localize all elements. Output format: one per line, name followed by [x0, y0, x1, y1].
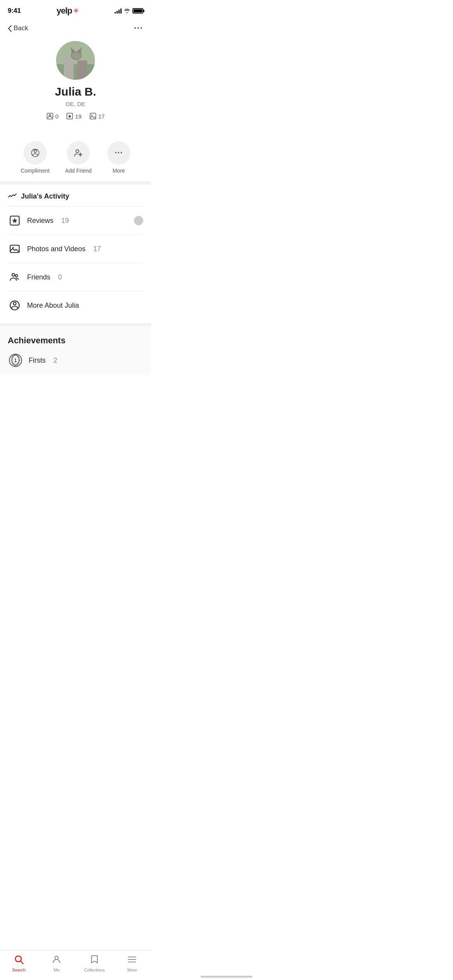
stat-media-count: 17 — [89, 113, 105, 120]
more-about-label: More About Julia — [27, 302, 79, 310]
svg-marker-22 — [12, 218, 17, 223]
more-actions-button[interactable]: ··· More — [107, 141, 130, 174]
profile-stats: 0 19 17 — [46, 113, 105, 120]
status-center: yelp ✳ — [57, 6, 79, 16]
stat-reviews-value: 19 — [75, 113, 82, 120]
stat-photos-value: 0 — [55, 113, 58, 120]
more-about-icon — [8, 298, 22, 312]
svg-point-18 — [76, 150, 79, 153]
add-friend-button[interactable]: Add Friend — [65, 141, 91, 174]
firsts-label: Firsts — [29, 356, 46, 365]
more-about-item[interactable]: More About Julia — [8, 291, 143, 319]
more-label: More — [113, 168, 125, 174]
back-chevron-icon — [8, 25, 12, 32]
profile-photo — [56, 41, 95, 80]
status-time: 9:41 — [8, 7, 21, 15]
activity-header: Julia's Activity — [8, 185, 143, 207]
svg-rect-1 — [56, 64, 95, 80]
options-button[interactable]: ··· — [134, 23, 143, 33]
status-bar: 9:41 yelp ✳ — [0, 0, 151, 19]
photos-videos-label: Photos and Videos — [27, 245, 86, 253]
yelp-logo: yelp — [57, 6, 72, 16]
wifi-icon — [124, 9, 130, 13]
svg-point-11 — [49, 115, 51, 117]
back-label: Back — [14, 24, 28, 32]
portrait-icon — [46, 113, 53, 120]
svg-point-17 — [34, 150, 37, 152]
reviews-item[interactable]: Reviews 19 — [8, 207, 143, 235]
signal-icon — [115, 8, 122, 14]
svg-point-25 — [12, 274, 15, 276]
achievements-section: Achievements 1 Firsts 2 — [0, 326, 151, 375]
activity-title: Julia's Activity — [21, 192, 69, 200]
svg-point-15 — [91, 115, 93, 116]
add-friend-icon-circle — [67, 141, 90, 164]
svg-rect-3 — [77, 60, 87, 80]
friends-count: 0 — [58, 273, 62, 281]
section-divider — [0, 182, 151, 185]
add-friend-label: Add Friend — [65, 168, 91, 174]
achievements-title: Achievements — [8, 336, 143, 346]
photos-videos-item[interactable]: Photos and Videos 17 — [8, 235, 143, 263]
more-dots-icon: ··· — [115, 148, 123, 158]
stat-media-value: 17 — [98, 113, 105, 120]
compliment-icon — [30, 148, 40, 158]
svg-point-28 — [14, 302, 16, 305]
battery-icon — [132, 8, 143, 14]
achievements-divider — [0, 323, 151, 326]
profile-location: DE, DE — [66, 101, 85, 107]
friends-label: Friends — [27, 273, 50, 281]
firsts-count: 2 — [53, 356, 57, 365]
svg-marker-13 — [68, 115, 72, 118]
compliment-icon-circle — [24, 141, 47, 164]
svg-point-7 — [72, 52, 81, 59]
yelp-star-icon: ✳ — [73, 7, 79, 15]
action-buttons: Compliment Add Friend ··· More — [0, 134, 151, 178]
friends-icon — [8, 270, 22, 284]
compliment-label: Compliment — [21, 168, 50, 174]
avatar — [56, 41, 95, 80]
status-icons — [115, 8, 143, 14]
photos-videos-icon — [8, 242, 22, 256]
reviews-icon — [8, 214, 22, 228]
reviews-count: 19 — [61, 217, 69, 225]
profile-section: Julia B. DE, DE 0 19 17 — [0, 37, 151, 134]
svg-rect-14 — [90, 113, 96, 119]
nav-bar: Back ··· — [0, 19, 151, 37]
drag-handle — [134, 216, 143, 225]
reviews-label: Reviews — [27, 217, 53, 225]
photos-videos-count: 17 — [93, 245, 101, 253]
compliment-button[interactable]: Compliment — [21, 141, 50, 174]
activity-section: Julia's Activity Reviews 19 Photos and V… — [0, 185, 151, 319]
more-icon-circle: ··· — [107, 141, 130, 164]
stat-photos-count: 0 — [46, 113, 58, 120]
add-friend-icon — [73, 148, 83, 158]
friends-item[interactable]: Friends 0 — [8, 263, 143, 291]
firsts-achievement: 1 Firsts 2 — [8, 353, 143, 375]
profile-name: Julia B. — [55, 85, 96, 98]
svg-rect-2 — [64, 57, 74, 80]
photo-icon — [89, 113, 96, 120]
stat-reviews-count: 19 — [66, 113, 82, 120]
firsts-icon: 1 — [8, 353, 23, 368]
activity-icon — [8, 192, 17, 201]
review-star-icon — [66, 113, 73, 120]
back-button[interactable]: Back — [8, 24, 28, 32]
svg-point-26 — [15, 275, 18, 277]
svg-text:1: 1 — [14, 357, 17, 363]
